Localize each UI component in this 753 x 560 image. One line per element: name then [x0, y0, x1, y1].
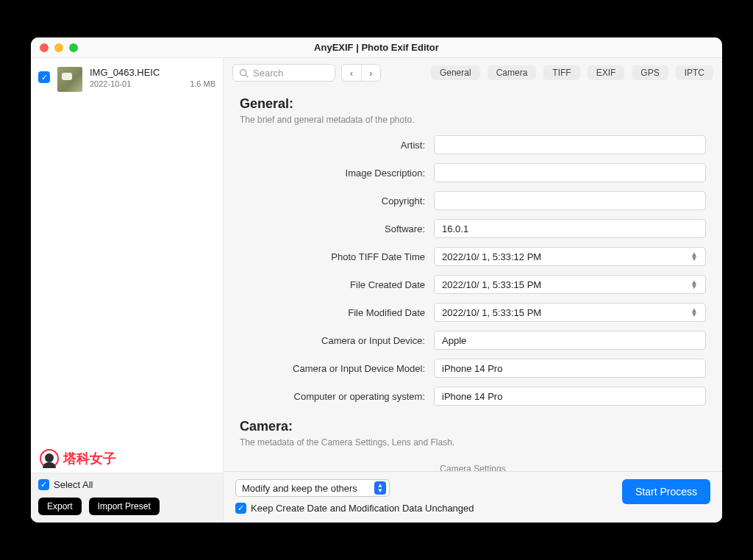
minimize-button[interactable] [54, 43, 63, 52]
keep-dates-checkbox[interactable]: ✓ [235, 503, 246, 514]
sidebar-button-row: Export Import Preset [38, 498, 215, 515]
mode-select[interactable]: Modify and keep the others ▲▼ [235, 479, 390, 497]
search-input[interactable]: Search [232, 64, 335, 82]
stepper-icon[interactable]: ▲▼ [690, 252, 698, 261]
input-camera-device[interactable]: Apple [434, 331, 706, 350]
camera-title: Camera: [240, 419, 706, 434]
label-copyright: Copyright: [240, 195, 425, 207]
file-size: 1.6 MB [190, 79, 215, 88]
input-os[interactable]: iPhone 14 Pro [434, 387, 706, 406]
file-thumbnail [57, 67, 82, 92]
sidebar-footer: ✓ Select All Export Import Preset [31, 473, 223, 523]
zoom-button[interactable] [69, 43, 78, 52]
window-body: ✓ IMG_0463.HEIC 2022-10-01 1.6 MB 塔科女子 [31, 58, 722, 523]
sidebar: ✓ IMG_0463.HEIC 2022-10-01 1.6 MB 塔科女子 [31, 58, 224, 523]
file-row[interactable]: ✓ IMG_0463.HEIC 2022-10-01 1.6 MB [31, 62, 223, 96]
input-artist[interactable] [434, 135, 706, 154]
watermark-text: 塔科女子 [63, 450, 116, 467]
start-process-button[interactable]: Start Process [622, 479, 710, 504]
label-created: File Created Date [240, 279, 425, 290]
stepper-icon[interactable]: ▲▼ [690, 308, 698, 317]
select-all-row[interactable]: ✓ Select All [38, 479, 215, 490]
input-image-description[interactable] [434, 163, 706, 182]
camera-subheading: Camera Settings [240, 458, 706, 471]
svg-point-0 [240, 69, 246, 75]
section-tabs: General Camera TIFF EXIF GPS IPTC [387, 65, 713, 80]
input-modified-date[interactable]: 2022/10/ 1, 5:33:15 PM▲▼ [434, 303, 706, 322]
section-general: General: The brief and general metadata … [240, 96, 706, 406]
titlebar: AnyEXIF | Photo Exif Editor [31, 37, 722, 58]
stepper-icon[interactable]: ▲▼ [690, 280, 698, 289]
main-panel: Search ‹ › General Camera TIFF EXIF GPS … [224, 58, 722, 523]
toolbar: Search ‹ › General Camera TIFF EXIF GPS … [224, 58, 722, 87]
section-camera: Camera: The metadata of the Camera Setti… [240, 419, 706, 471]
app-window: AnyEXIF | Photo Exif Editor ✓ IMG_0463.H… [31, 37, 722, 523]
select-chevrons-icon: ▲▼ [374, 481, 386, 495]
general-desc: The brief and general metadata of the ph… [240, 115, 706, 125]
input-copyright[interactable] [434, 191, 706, 210]
content-scroll[interactable]: General: The brief and general metadata … [224, 87, 722, 471]
tab-camera[interactable]: Camera [488, 65, 537, 80]
watermark-avatar-icon [40, 449, 59, 468]
tab-tiff[interactable]: TIFF [543, 65, 579, 80]
tab-general[interactable]: General [431, 65, 480, 80]
main-footer: Modify and keep the others ▲▼ ✓ Keep Cre… [224, 471, 722, 523]
file-list: ✓ IMG_0463.HEIC 2022-10-01 1.6 MB [31, 58, 223, 446]
camera-desc: The metadata of the Camera Settings, Len… [240, 437, 706, 448]
mode-select-value: Modify and keep the others [242, 483, 357, 494]
file-name: IMG_0463.HEIC [90, 67, 215, 78]
file-subrow: 2022-10-01 1.6 MB [90, 79, 215, 88]
label-software: Software: [240, 223, 425, 234]
export-button[interactable]: Export [38, 498, 82, 515]
file-checkbox[interactable]: ✓ [38, 71, 50, 83]
label-camera-model: Camera or Input Device Model: [240, 363, 425, 374]
tab-iptc[interactable]: IPTC [676, 65, 713, 80]
footer-left: Modify and keep the others ▲▼ ✓ Keep Cre… [235, 479, 474, 514]
watermark: 塔科女子 [31, 446, 223, 473]
traffic-lights [40, 43, 78, 52]
close-button[interactable] [40, 43, 49, 52]
input-created-date[interactable]: 2022/10/ 1, 5:33:15 PM▲▼ [434, 275, 706, 294]
label-modified: File Modified Date [240, 307, 425, 318]
input-tiff-date[interactable]: 2022/10/ 1, 5:33:12 PM▲▼ [434, 247, 706, 266]
select-all-checkbox[interactable]: ✓ [38, 479, 49, 490]
nav-pair: ‹ › [341, 64, 381, 82]
window-title: AnyEXIF | Photo Exif Editor [31, 42, 722, 53]
search-placeholder: Search [253, 68, 283, 79]
file-meta: IMG_0463.HEIC 2022-10-01 1.6 MB [90, 67, 215, 88]
tab-gps[interactable]: GPS [632, 65, 668, 80]
nav-next-button[interactable]: › [361, 65, 380, 81]
nav-prev-button[interactable]: ‹ [342, 65, 361, 81]
input-camera-model[interactable]: iPhone 14 Pro [434, 359, 706, 378]
search-icon [239, 68, 249, 78]
import-preset-button[interactable]: Import Preset [89, 498, 160, 515]
label-artist: Artist: [240, 140, 425, 151]
label-os: Computer or operating system: [240, 391, 425, 402]
file-date: 2022-10-01 [90, 79, 131, 88]
tab-exif[interactable]: EXIF [588, 65, 625, 80]
keep-dates-label: Keep Create Date and Modification Data U… [251, 503, 474, 514]
label-image-description: Image Description: [240, 168, 425, 179]
svg-line-1 [246, 74, 248, 76]
general-form: Artist: Image Description: Copyright: So… [240, 135, 706, 406]
label-tiff-date: Photo TIFF Date Time [240, 251, 425, 262]
input-software[interactable]: 16.0.1 [434, 219, 706, 238]
select-all-label: Select All [54, 479, 93, 490]
general-title: General: [240, 96, 706, 112]
keep-dates-row[interactable]: ✓ Keep Create Date and Modification Data… [235, 503, 474, 514]
label-camera-device: Camera or Input Device: [240, 335, 425, 346]
